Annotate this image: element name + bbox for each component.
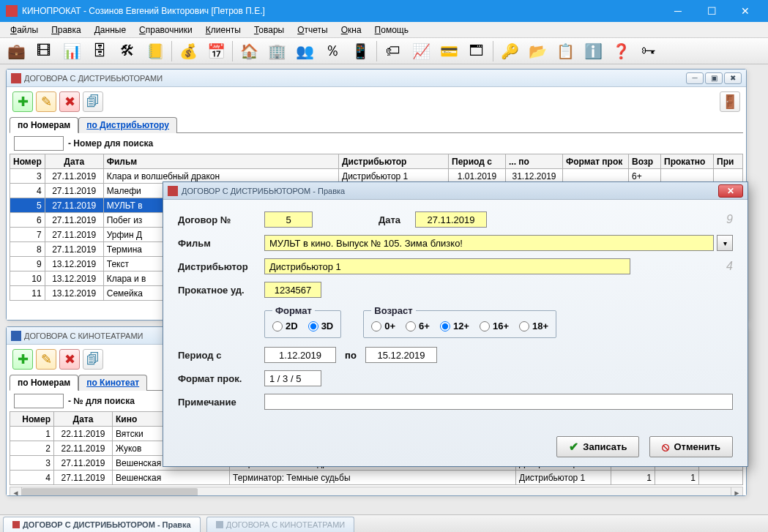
excel-icon[interactable]: 📊 xyxy=(60,40,83,63)
field-period-to[interactable]: 15.12.2019 xyxy=(365,347,437,363)
col-header[interactable]: Формат прок xyxy=(563,154,629,169)
edit-button[interactable]: ✎ xyxy=(36,349,56,370)
info-icon[interactable]: ℹ️ xyxy=(581,40,605,63)
dialog-close-button[interactable]: ✕ xyxy=(718,184,743,198)
copy-button[interactable]: 🗐 xyxy=(83,91,103,112)
percent-icon[interactable]: ％ xyxy=(321,40,344,63)
field-note[interactable] xyxy=(264,394,733,410)
search-number-input[interactable] xyxy=(14,394,64,408)
menu-Правка[interactable]: Правка xyxy=(45,23,87,37)
tools-icon[interactable]: 🛠 xyxy=(116,40,139,63)
taskbar-item-dialog[interactable]: ДОГОВОР С ДИСТРИБЬЮТОРОМ - Правка xyxy=(3,517,201,532)
people-icon[interactable]: 👥 xyxy=(293,40,316,63)
horizontal-scrollbar[interactable]: ◄ ► xyxy=(10,487,743,495)
edit-dialog: ДОГОВОР С ДИСТРИБЬЮТОРОМ - Правка ✕ Дого… xyxy=(163,181,748,467)
delete-button[interactable]: ✖ xyxy=(59,91,80,112)
table-row[interactable]: 427.11.2019ВешенскаяТерминатор: Темные с… xyxy=(10,471,743,485)
radio-age-18+[interactable]: 18+ xyxy=(519,321,548,331)
col-header[interactable]: Период с xyxy=(449,154,506,169)
win-max-icon[interactable]: ▣ xyxy=(705,72,723,84)
col-header[interactable]: Дистрибьютор xyxy=(339,154,449,169)
key2-icon[interactable]: 🗝 xyxy=(637,40,660,63)
col-header[interactable]: Номер xyxy=(10,154,45,169)
taskbar-item-cinemas[interactable]: ДОГОВОРА С КИНОТЕАТРАМИ xyxy=(206,517,355,532)
database-icon[interactable]: 🗄 xyxy=(88,40,111,63)
radio-age-6+[interactable]: 6+ xyxy=(406,321,430,331)
col-header[interactable]: Дата xyxy=(45,154,103,169)
checklist-icon[interactable]: 📋 xyxy=(553,40,577,63)
field-date[interactable]: 27.11.2019 xyxy=(415,211,487,228)
radio-age-16+[interactable]: 16+ xyxy=(480,321,509,331)
add-button[interactable]: ✚ xyxy=(12,349,33,370)
window-icon xyxy=(11,73,21,83)
search-number-input[interactable] xyxy=(14,136,64,151)
field-distributor[interactable]: Дистрибьютор 1 xyxy=(264,258,630,274)
radio-age-12+[interactable]: 12+ xyxy=(440,321,469,331)
folder-icon[interactable]: 📂 xyxy=(526,40,549,63)
menu-Справочники[interactable]: Справочники xyxy=(133,23,198,37)
add-button[interactable]: ✚ xyxy=(12,91,33,112)
help-icon[interactable]: ❓ xyxy=(609,40,633,63)
tab-by-distributor[interactable]: по Дистрибьютору xyxy=(78,117,177,133)
col-header[interactable]: Номер xyxy=(10,412,54,427)
buildings-icon[interactable]: 🏢 xyxy=(265,40,288,63)
menu-Клиенты[interactable]: Клиенты xyxy=(200,23,247,37)
cancel-button[interactable]: ⦸Отменить xyxy=(649,436,733,457)
edit-button[interactable]: ✎ xyxy=(36,91,56,112)
window-distributors-titlebar[interactable]: ДОГОВОРА С ДИСТРИБЬЮТОРАМИ ─ ▣ ✖ xyxy=(7,70,746,87)
tag-icon[interactable]: 🏷 xyxy=(381,40,405,63)
field-contract-no[interactable]: 5 xyxy=(264,211,313,228)
menu-Помощь[interactable]: Помощь xyxy=(369,23,414,37)
field-period-from[interactable]: 1.12.2019 xyxy=(264,347,336,363)
copy-button[interactable]: 🗐 xyxy=(83,349,103,370)
briefcase-icon[interactable]: 💼 xyxy=(4,40,28,63)
scroll-thumb[interactable] xyxy=(22,488,198,495)
col-header[interactable]: Прокатно xyxy=(661,154,714,169)
delete-button[interactable]: ✖ xyxy=(59,349,80,370)
radio-format-3D[interactable]: 3D xyxy=(308,321,334,331)
menu-Товары[interactable]: Товары xyxy=(248,23,290,37)
tab-by-number[interactable]: по Номерам xyxy=(10,117,78,133)
field-cert[interactable]: 1234567 xyxy=(264,282,321,298)
phone-icon[interactable]: 📱 xyxy=(348,40,372,63)
col-header[interactable]: Дата xyxy=(54,412,113,427)
exit-button[interactable]: 🚪 xyxy=(720,91,740,112)
taskbar-icon xyxy=(12,521,20,528)
tab-by-cinema[interactable]: по Кинотеат xyxy=(78,375,147,391)
menu-Отчеты[interactable]: Отчеты xyxy=(291,23,334,37)
card-icon[interactable]: 💳 xyxy=(437,40,461,63)
menu-Файлы[interactable]: Файлы xyxy=(4,23,44,37)
close-button[interactable]: ✕ xyxy=(728,0,762,22)
col-header[interactable]: ... по xyxy=(506,154,563,169)
group-age: Возраст 0+ 6+ 12+ 16+ 18+ xyxy=(363,305,556,338)
diagram-icon[interactable]: 📈 xyxy=(409,40,433,63)
film-dropdown-button[interactable]: ▾ xyxy=(717,235,733,251)
field-film[interactable]: МУЛЬТ в кино. Выпуск № 105. Зима близко! xyxy=(264,235,714,251)
radio-format-2D[interactable]: 2D xyxy=(272,321,298,331)
tab-by-number[interactable]: по Номерам xyxy=(10,375,78,391)
field-format-proc[interactable]: 1 / 3 / 5 xyxy=(264,370,321,386)
menu-Окна[interactable]: Окна xyxy=(335,23,368,37)
dialog-title: ДОГОВОР С ДИСТРИБЬЮТОРОМ - Правка xyxy=(182,187,718,195)
money-icon[interactable]: 💰 xyxy=(176,40,200,63)
minimize-button[interactable]: ─ xyxy=(661,0,695,22)
dialog-titlebar[interactable]: ДОГОВОР С ДИСТРИБЬЮТОРОМ - Правка ✕ xyxy=(163,182,748,200)
save-button[interactable]: ✔Записать xyxy=(556,436,639,457)
radio-age-0+[interactable]: 0+ xyxy=(371,321,395,331)
calendar-icon[interactable]: 📅 xyxy=(204,40,228,63)
scroll-left-icon[interactable]: ◄ xyxy=(10,487,22,495)
menu-Данные[interactable]: Данные xyxy=(89,23,132,37)
book-icon[interactable]: 📒 xyxy=(143,40,167,63)
taskbar-icon xyxy=(216,521,223,528)
col-header[interactable]: Возр xyxy=(629,154,661,169)
window-icon[interactable]: 🗔 xyxy=(465,40,488,63)
home-icon[interactable]: 🏠 xyxy=(237,40,261,63)
film-icon[interactable]: 🎞 xyxy=(32,40,56,63)
maximize-button[interactable]: ☐ xyxy=(695,0,728,22)
scroll-right-icon[interactable]: ► xyxy=(731,487,742,495)
win-close-icon[interactable]: ✖ xyxy=(724,72,742,84)
win-min-icon[interactable]: ─ xyxy=(686,72,704,84)
col-header[interactable]: При xyxy=(714,154,743,169)
col-header[interactable]: Фильм xyxy=(103,154,338,169)
key1-icon[interactable]: 🔑 xyxy=(498,40,521,63)
